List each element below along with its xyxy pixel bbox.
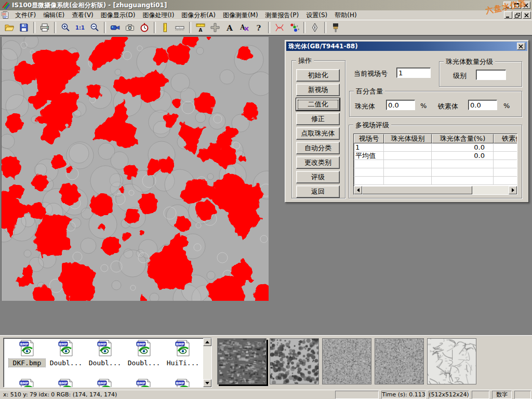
ruler-vertical-button[interactable] [158,21,172,34]
table-cell: 0.0 [432,143,494,152]
scroll-right-button[interactable] [509,186,517,194]
current-field-input[interactable] [396,68,431,78]
menu-item[interactable]: 查看(V) [68,11,97,19]
dialog-button-change-class[interactable]: 更改类别 [296,156,340,169]
open-folder-button[interactable] [3,21,16,34]
ferrite-label: 铁素体 [438,102,458,111]
menu-item[interactable]: 图像处理(I) [139,11,178,19]
image-thumbnail[interactable] [375,338,424,384]
pearlite-percent-input[interactable] [386,100,415,110]
dialog-button-correct[interactable]: 修正 [296,113,340,125]
calibration-ruler-button[interactable]: A [194,21,207,34]
file-item-partial[interactable]: BMP [87,379,123,388]
ruler-horizontal-icon [175,22,185,33]
image-thumbnail[interactable] [270,338,319,384]
file-item[interactable]: BMPDoubl... [87,340,123,367]
file-name[interactable]: HuiTi... [165,359,201,367]
menu-item[interactable]: 测量报告(P) [262,11,303,19]
table-column-header[interactable]: 铁素体含量(%) [494,134,517,143]
table-h-scrollbar[interactable] [354,186,517,194]
multi-field-table[interactable]: 视场号珠光体级别珠光体含量(%)铁素体含量(%) 10.0平均值0.0 [353,134,517,195]
minimize-button[interactable] [503,2,512,9]
file-item[interactable]: BMPHuiTi... [165,340,201,367]
text-delete-button[interactable]: A [237,21,251,34]
dialog-button-return[interactable]: 返回 [296,185,340,198]
mdi-minimize-button[interactable] [504,11,512,19]
file-item-partial[interactable]: BMP [165,379,201,388]
dialog-close-button[interactable] [517,43,525,50]
menu-item[interactable]: 文件(F) [11,11,39,19]
ferrite-percent-input[interactable] [468,100,497,110]
table-row[interactable]: 平均值0.0 [354,152,517,160]
document-icon[interactable] [1,11,9,19]
file-name[interactable]: DKF.bmp [9,359,45,367]
file-name[interactable]: Doubl... [87,359,123,367]
svg-text:BMP: BMP [137,342,145,347]
file-item-partial[interactable]: BMP [126,379,162,388]
table-row[interactable] [354,160,517,168]
menu-item[interactable]: 图像显示(D) [97,11,139,19]
actual-size-button[interactable]: 1:1 [73,21,87,34]
dialog-button-binarize[interactable]: 二值化 [296,98,340,111]
video-camera-button[interactable] [109,21,122,34]
bmp-file-icon: BMP [58,352,74,359]
metallographic-image[interactable] [1,37,268,301]
table-cell [354,177,384,185]
ruler-horizontal-button[interactable] [173,21,187,34]
table-row[interactable] [354,177,517,185]
file-name[interactable]: Doubl... [48,359,84,367]
mdi-restore-button[interactable] [513,11,522,19]
scroll-up-button[interactable] [203,338,211,346]
move-tool-icon [210,22,220,33]
table-column-header[interactable]: 视场号 [354,134,384,143]
h-scroll-thumb[interactable] [362,186,472,194]
dialog-button-grade[interactable]: 评级 [296,171,340,183]
help-button[interactable]: ? [252,21,265,34]
dialog-title-bar[interactable]: 珠光体(GB/T9441-88) [286,42,527,51]
move-tool-button[interactable] [208,21,222,34]
camera-button[interactable] [123,21,137,34]
zoom-in-button[interactable] [59,21,72,34]
stopwatch-button[interactable] [138,21,151,34]
mdi-close-button[interactable] [523,11,531,19]
status-time-panel: Time (s): 0.113 [381,391,426,399]
table-row[interactable] [354,168,517,177]
image-thumbnail[interactable] [322,338,371,384]
maximize-button[interactable] [513,2,521,9]
file-item[interactable]: BMPDoubl... [126,340,162,367]
table-column-header[interactable]: 珠光体级别 [384,134,432,143]
menu-item[interactable]: 图像测量(M) [219,11,262,19]
file-name[interactable]: Doubl... [126,359,162,367]
zoom-out-button[interactable] [88,21,101,34]
file-item-partial[interactable]: BMP [9,379,45,388]
dialog-button-pick-pearlite[interactable]: 点取珠光体 [296,127,340,140]
svg-text:BMP: BMP [98,381,106,385]
save-button[interactable] [17,21,31,34]
file-list-scrollbar[interactable] [203,338,211,387]
table-column-header[interactable]: 珠光体含量(%) [432,134,494,143]
table-row[interactable]: 10.0 [354,143,517,152]
text-tool-button[interactable]: A [223,21,236,34]
dialog-button-init[interactable]: 初始化 [296,69,340,82]
marker-points-button[interactable]: 123 [287,21,301,34]
menu-item[interactable]: 设置(S) [302,11,331,19]
file-item-partial[interactable]: BMP [48,379,84,388]
file-item[interactable]: BMPDoubl... [48,340,84,367]
menu-item[interactable]: 图像分析(A) [178,11,219,19]
image-thumbnail[interactable] [427,338,476,384]
scroll-left-button[interactable] [354,186,362,194]
menu-item[interactable]: 帮助(H) [331,11,360,19]
scroll-down-button[interactable] [203,379,211,387]
close-button[interactable] [522,2,530,9]
table-cell [384,177,432,185]
menu-item[interactable]: 编辑(E) [39,11,68,19]
grade-input[interactable] [476,70,506,80]
dialog-button-new-field[interactable]: 新视场 [296,84,340,96]
image-thumbnail[interactable] [217,338,267,384]
brush-tool-button[interactable] [329,21,342,34]
dialog-button-auto-classify[interactable]: 自动分类 [296,142,340,154]
curve-tool-button[interactable] [273,21,286,34]
print-button[interactable] [38,21,51,34]
pen-tool-button[interactable] [308,21,322,34]
file-item[interactable]: BMPDKF.bmp [9,340,45,367]
